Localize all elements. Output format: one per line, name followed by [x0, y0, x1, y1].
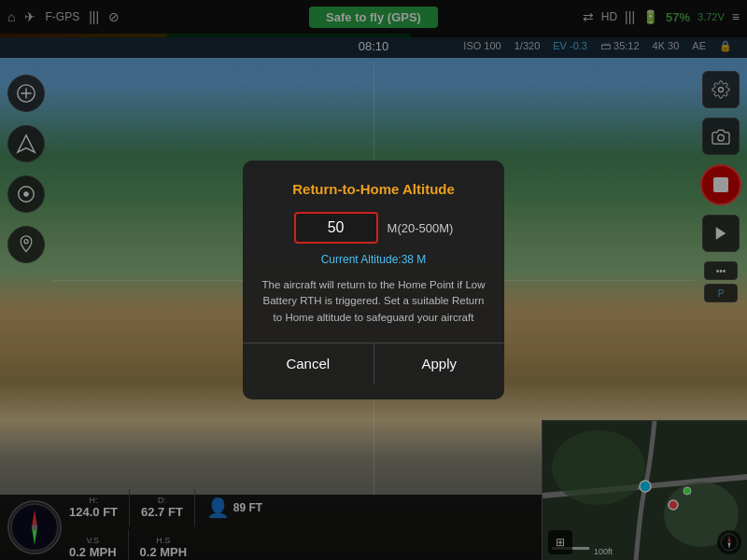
modal-buttons: Cancel Apply [243, 343, 504, 385]
modal-input-row: M(20-500M) [261, 212, 486, 244]
modal-range-label: M(20-500M) [388, 221, 454, 235]
modal-description: The aircraft will return to the Home Poi… [261, 277, 486, 326]
altitude-input[interactable] [294, 212, 378, 244]
modal-current-altitude: Current Altitude:38 M [261, 253, 486, 266]
cancel-button[interactable]: Cancel [243, 343, 374, 385]
rth-modal: Return-to-Home Altitude M(20-500M) Curre… [243, 161, 504, 399]
modal-overlay: Return-to-Home Altitude M(20-500M) Curre… [0, 0, 747, 560]
modal-title: Return-to-Home Altitude [261, 181, 486, 197]
apply-button[interactable]: Apply [374, 343, 505, 385]
